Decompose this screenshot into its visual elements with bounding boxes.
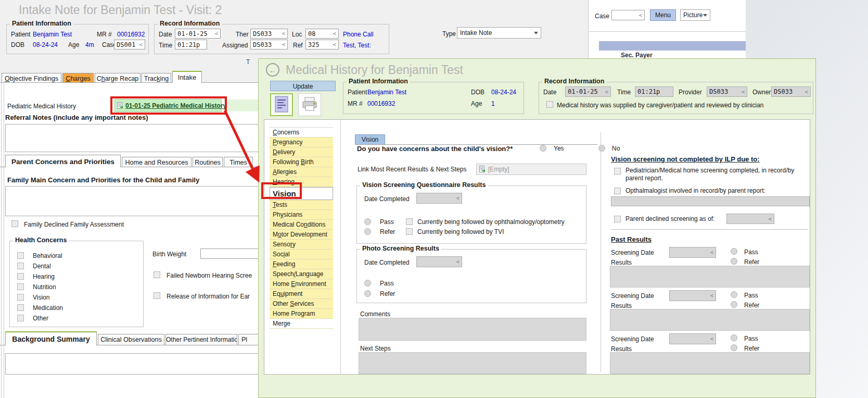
tab-clinical-observations[interactable]: Clinical Observations <box>98 334 164 345</box>
sidebar-item-allergies[interactable]: Allergies <box>270 167 333 177</box>
sidebar-item-other-services[interactable]: Other Services <box>270 299 333 309</box>
sidebar-item-following-birth[interactable]: Following Birth <box>270 157 333 167</box>
ther-field[interactable]: DS033< <box>250 29 288 39</box>
sidebar-item-concerns[interactable]: Concerns <box>270 128 333 138</box>
time-field[interactable]: 01:21p <box>175 40 207 49</box>
opthalmalogist-field[interactable] <box>611 196 810 206</box>
past-refer-radio[interactable] <box>731 344 737 351</box>
sidebar-item-home-program[interactable]: Home Program <box>270 309 333 319</box>
picture-dropdown[interactable]: Picture <box>680 9 710 21</box>
past-refer-radio[interactable] <box>731 301 737 308</box>
back-button[interactable]: ← <box>266 63 279 77</box>
vision-no-radio[interactable] <box>598 145 605 152</box>
screening-date-field[interactable]: < <box>669 333 716 344</box>
case-field[interactable]: DS001< <box>114 40 145 49</box>
vision-label: Vision <box>33 294 49 301</box>
sidebar-item-pregnancy[interactable]: Pregnancy <box>270 138 333 147</box>
vision-page-tab[interactable]: Vision <box>355 134 385 144</box>
screening-date-field[interactable]: < <box>669 247 716 258</box>
results-textarea[interactable] <box>610 309 810 331</box>
date-field[interactable]: 01-01-25< <box>565 86 611 97</box>
tab-home-and-resources[interactable]: Home and Resources <box>122 157 192 167</box>
parent-declined-date-field[interactable]: < <box>726 214 774 224</box>
menu-button[interactable]: Menu <box>650 9 676 21</box>
birth-weight-field[interactable] <box>200 248 259 259</box>
vsq-refer-radio[interactable] <box>364 228 371 235</box>
results-textarea[interactable] <box>610 352 810 374</box>
sidebar-item-merge[interactable]: Merge <box>270 319 333 329</box>
referral-link[interactable]: Test, Test: <box>343 42 371 49</box>
screening-date-field[interactable]: < <box>669 290 716 301</box>
tab-background-summary[interactable]: Background Summary <box>5 331 97 345</box>
tab-objective-findings[interactable]: Objective Findings <box>2 73 61 82</box>
provider-field[interactable]: DS033< <box>707 86 747 97</box>
vision-checkbox[interactable] <box>17 294 24 301</box>
tab-intake[interactable]: Intake <box>172 71 202 83</box>
sidebar-item-speech-language[interactable]: Speech/Language <box>270 269 333 279</box>
time-field[interactable]: 01:21p <box>635 86 673 97</box>
vision-yes-radio[interactable] <box>540 145 546 152</box>
parent-declined-checkbox[interactable] <box>614 216 621 222</box>
tab-charges[interactable]: Charges <box>62 73 94 82</box>
tab-other-pertinent-information[interactable]: Other Pertinent Information <box>165 334 237 345</box>
type-dropdown[interactable]: Intake Note <box>457 27 541 39</box>
tab-parent-concerns[interactable]: Parent Concerns and Priorities <box>5 155 121 167</box>
sidebar-item-tests[interactable]: Tests <box>270 200 333 210</box>
field-chevron[interactable]: < <box>139 41 143 48</box>
sidebar-item-equipment[interactable]: Equipment <box>270 289 333 299</box>
owner-field[interactable]: DS033< <box>771 86 811 97</box>
patient-value[interactable]: Benjamin Test <box>33 31 72 38</box>
sidebar-item-home-environment[interactable]: Home Environment <box>270 279 333 289</box>
sidebar-item-feeding[interactable]: Feeding <box>270 259 333 269</box>
sidebar-item-motor-development[interactable]: Motor Development <box>270 230 333 240</box>
date-field[interactable]: 01-01-25< <box>175 29 221 39</box>
other-checkbox[interactable] <box>17 315 24 321</box>
pediatrician-screening-checkbox[interactable] <box>614 168 621 175</box>
past-pass-radio[interactable] <box>731 291 737 298</box>
dropdown-caret-icon <box>703 14 707 17</box>
dental-checkbox[interactable] <box>17 263 24 269</box>
empty-link-button[interactable]: [Empty] <box>476 164 586 175</box>
tab-charge-recap[interactable]: Charge Recap <box>95 73 141 82</box>
phone-call-link[interactable]: Phone Call <box>343 31 374 38</box>
supplied-checkbox[interactable] <box>546 101 553 108</box>
tab-tracking[interactable]: Tracking <box>142 73 171 82</box>
opthalmalogist-checkbox[interactable] <box>614 188 621 194</box>
vsq-pass-radio[interactable] <box>364 218 371 225</box>
vsq-date-field[interactable]: < <box>416 193 462 204</box>
hearing-checkbox[interactable] <box>17 273 24 280</box>
mr-value[interactable]: 00016932 <box>117 31 145 38</box>
mr-value[interactable]: 00016932 <box>367 100 395 107</box>
top-right-panel: Case < Menu Picture Sec. Payer <box>588 0 746 58</box>
release-info-checkbox[interactable] <box>154 292 160 299</box>
print-button[interactable] <box>298 93 321 116</box>
ophthalmology-checkbox[interactable] <box>406 218 413 225</box>
results-textarea[interactable] <box>610 266 810 288</box>
sidebar-item-physicians[interactable]: Physicians <box>270 210 333 220</box>
sidebar-item-sensory[interactable]: Sensory <box>270 240 333 250</box>
behavioral-checkbox[interactable] <box>17 252 24 259</box>
assigned-field[interactable]: DS033< <box>250 40 288 49</box>
failed-newborn-checkbox[interactable] <box>154 271 160 278</box>
patient-value[interactable]: Benjamin Test <box>367 89 406 96</box>
nutrition-checkbox[interactable] <box>17 283 24 290</box>
sidebar-item-medical-conditions[interactable]: Medical Conditions <box>270 220 333 230</box>
loc-field[interactable]: 08< <box>305 29 339 39</box>
tvi-checkbox[interactable] <box>406 228 413 235</box>
background-summary-textarea[interactable] <box>5 353 265 375</box>
photo-date-field[interactable]: < <box>416 256 462 267</box>
sidebar-item-social[interactable]: Social <box>270 250 333 259</box>
ref-field[interactable]: 325< <box>305 40 339 49</box>
medication-checkbox[interactable] <box>17 304 24 311</box>
past-refer-radio[interactable] <box>731 258 737 265</box>
next-steps-textarea[interactable] <box>359 352 586 374</box>
case-field[interactable]: < <box>611 10 645 20</box>
past-pass-radio[interactable] <box>731 248 737 255</box>
update-button[interactable]: Update <box>270 81 336 91</box>
sidebar-item-delivery[interactable]: Delivery <box>270 147 333 157</box>
comments-textarea[interactable] <box>359 318 586 341</box>
family-declined-checkbox[interactable] <box>11 220 18 227</box>
past-pass-radio[interactable] <box>731 334 737 341</box>
photo-refer-radio[interactable] <box>364 290 371 297</box>
photo-pass-radio[interactable] <box>364 280 371 287</box>
